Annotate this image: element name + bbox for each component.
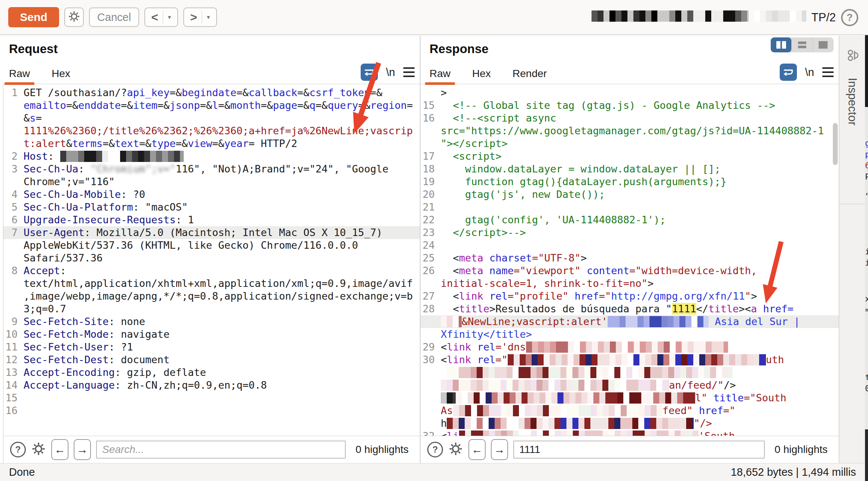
tab-response-hex[interactable]: Hex [472,64,491,84]
back-button[interactable]: < ▼ [144,7,178,27]
word-wrap-toggle[interactable] [361,64,378,81]
redacted-region [592,10,749,25]
toolbar: Send Cancel < ▼ > ▼ TP/2 ? [0,0,868,35]
line-number [421,328,441,341]
code-row: 1111%26%2360;/title%26%2362;%26%2360;a+h… [3,125,420,137]
line-number [3,277,24,290]
tab-response-raw[interactable]: Raw [430,64,450,84]
line-number [421,86,441,99]
code-row: 22 gtag('config', 'UA-114408882-1'); [421,214,839,226]
editor-menu-icon[interactable] [822,67,834,77]
line-number [3,175,24,188]
code-row: 19 function gtag(){dataLayer.push(argume… [421,175,839,188]
line-number: 20 [421,188,441,201]
line-number: 15 [421,99,441,112]
line-number: 16 [3,404,24,417]
response-editor[interactable]: >15 <!-- Global site tag (gtag.js) - Goo… [421,84,839,436]
code-row: Chrome";v="116" [3,175,420,188]
line-number [421,315,441,328]
line-number: 7 [3,226,24,239]
inspector-sidebar[interactable]: Inspector [839,36,865,463]
line-number [421,125,441,137]
line-number [421,277,441,290]
newline-toggle[interactable]: \n [386,66,395,79]
code-row: 4Sec-Ch-Ua-Mobile: ?0 [3,188,420,201]
layout-columns-button[interactable] [771,37,792,52]
line-number: 3 [3,163,24,175]
code-row: 32<li'South [421,430,839,436]
request-tabs: Raw Hex [9,64,420,84]
line-number: 27 [421,290,441,303]
layout-single-button[interactable] [813,37,834,52]
gear-icon [68,10,80,24]
inspector-label: Inspector [846,78,859,126]
line-number [3,252,24,264]
code-row: src="https://www.googletagmanager.com/gt… [421,125,839,137]
code-row: 9Sec-Fetch-Site: none [3,315,420,328]
forward-dropdown-icon[interactable]: ▼ [202,14,215,20]
line-number [3,239,24,252]
line-number: 10 [3,328,24,341]
line-number: 18 [421,163,441,175]
code-row: 2Host: [3,150,420,163]
line-number: 28 [421,303,441,315]
code-row: &NewLine;vascript:alert' Asia del Sur | [421,315,839,328]
line-number: 30 [421,353,441,366]
search-help-icon[interactable]: ? [10,442,26,457]
line-number [421,417,441,430]
code-row: initial-scale=1, shrink-to-fit=no"> [421,277,839,290]
line-number: 12 [3,353,24,366]
request-editor[interactable]: 1GET /southasian/?api_key=&begindate=&ca… [3,84,420,436]
code-row: Asfeed" href=" [421,404,839,417]
code-row: 13Accept-Encoding: gzip, deflate [3,366,420,379]
tab-request-raw[interactable]: Raw [9,64,30,84]
edge-text-fragment: g [865,139,868,147]
tab-request-hex[interactable]: Hex [52,64,70,84]
find-next-button[interactable]: → [491,439,508,460]
search-settings-icon[interactable] [448,441,463,458]
code-row: 23 </script>--> [421,226,839,239]
line-number: 21 [421,201,441,214]
forward-button[interactable]: > ▼ [183,7,217,27]
word-wrap-toggle[interactable] [780,64,797,81]
line-number [3,99,24,112]
code-row: 28 <title>Resultados de búsqueda para "1… [421,303,839,315]
line-number: 13 [3,366,24,379]
code-row: 21 [421,201,839,214]
edge-text-fragment: 6 [865,162,868,170]
code-row: l" title="South [421,392,839,404]
code-row: 25 <meta charset="UTF-8"> [421,252,839,264]
response-tabs: Raw Hex Render [430,64,839,84]
redacted-region [608,316,709,334]
response-search-input[interactable] [513,441,765,459]
find-previous-button[interactable]: ← [51,439,68,460]
find-next-button[interactable]: → [74,439,91,460]
search-settings-icon[interactable] [31,441,46,458]
inspector-spy-icon [843,47,861,64]
code-row: 11Sec-Fetch-User: ?1 [3,341,420,353]
find-previous-button[interactable]: ← [468,439,486,460]
line-number: 6 [3,214,24,226]
code-row: AppleWebKit/537.36 (KHTML, like Gecko) C… [3,239,420,252]
line-number [3,290,24,303]
line-number: 23 [421,226,441,239]
help-icon[interactable]: ? [841,9,858,26]
request-search-input[interactable] [96,441,346,459]
send-button[interactable]: Send [8,7,59,27]
tab-response-render[interactable]: Render [513,64,547,84]
layout-rows-button[interactable] [792,37,813,52]
code-row: 15 <!-- Global site tag (gtag.js) - Goog… [421,99,839,112]
response-scrollbar-thumb[interactable] [833,123,838,165]
back-dropdown-icon[interactable]: ▼ [163,14,176,20]
editor-menu-icon[interactable] [403,67,415,77]
line-number: 24 [421,239,441,252]
newline-toggle[interactable]: \n [805,66,814,79]
search-help-icon[interactable]: ? [427,442,443,457]
code-row: 8Accept: [3,264,420,277]
request-settings-button[interactable] [64,7,84,27]
line-number: 26 [421,264,441,277]
code-row: 14Accept-Language: zh-CN,zh;q=0.9,en;q=0… [3,379,420,392]
request-title: Request [9,36,420,56]
redacted-target-host [592,10,749,25]
cancel-button[interactable]: Cancel [89,7,139,27]
